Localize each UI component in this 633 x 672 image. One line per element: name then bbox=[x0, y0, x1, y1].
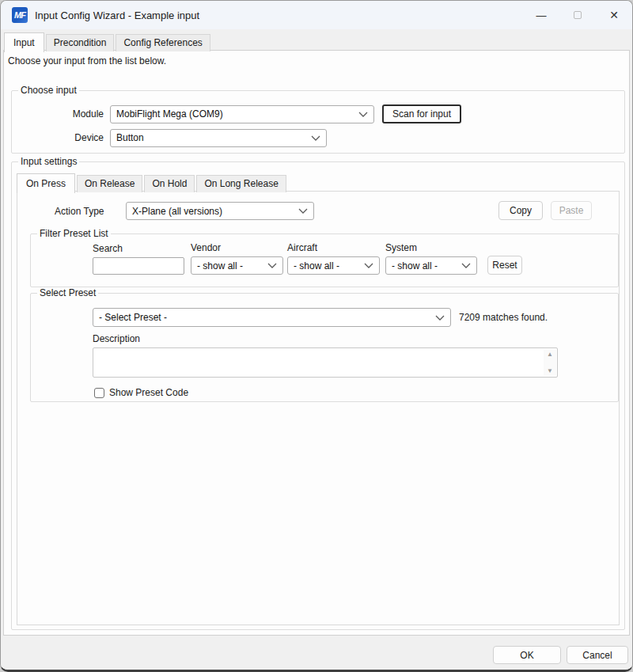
mobiflight-logo-icon: MF bbox=[12, 7, 28, 23]
select-preset-legend: Select Preset bbox=[37, 287, 98, 298]
intro-text: Choose your input from the list below. bbox=[8, 55, 166, 66]
action-type-label: Action Type bbox=[55, 206, 120, 217]
dialog-footer: OK Cancel bbox=[1, 636, 632, 670]
system-select[interactable]: - show all - bbox=[385, 256, 477, 275]
input-settings-group: Input settings On Press On Release On Ho… bbox=[11, 161, 625, 630]
minimize-button[interactable]: — bbox=[523, 1, 559, 29]
main-tabstrip: Input Precondition Config References bbox=[4, 32, 212, 51]
chevron-down-icon bbox=[364, 263, 373, 268]
chevron-down-icon bbox=[358, 112, 368, 117]
paste-button: Paste bbox=[551, 201, 592, 220]
tab-on-press[interactable]: On Press bbox=[17, 173, 75, 193]
scan-for-input-button[interactable]: Scan for input bbox=[382, 104, 461, 123]
search-input[interactable] bbox=[93, 257, 184, 275]
tab-on-release[interactable]: On Release bbox=[77, 175, 142, 192]
choose-input-group: Choose input Module MobiFlight Mega (COM… bbox=[11, 90, 625, 154]
action-type-select[interactable]: X-Plane (all versions) bbox=[126, 202, 314, 220]
description-label: Description bbox=[93, 333, 140, 344]
module-label: Module bbox=[21, 108, 104, 120]
input-config-wizard-dialog: MF Input Config Wizard - Example input —… bbox=[0, 0, 633, 672]
description-scrollbar[interactable]: ▲ ▼ bbox=[544, 349, 556, 376]
on-press-tab-page: Action Type X-Plane (all versions) Copy … bbox=[17, 191, 620, 625]
maximize-icon bbox=[574, 11, 582, 19]
action-type-select-value: X-Plane (all versions) bbox=[132, 206, 222, 217]
show-preset-code-checkbox[interactable] bbox=[94, 388, 104, 398]
copy-button[interactable]: Copy bbox=[498, 201, 543, 220]
tab-precondition[interactable]: Precondition bbox=[46, 34, 115, 51]
tab-input[interactable]: Input bbox=[4, 32, 44, 52]
aircraft-select[interactable]: - show all - bbox=[287, 256, 380, 275]
window-controls: — ✕ bbox=[523, 1, 632, 29]
vendor-select-value: - show all - bbox=[197, 260, 243, 271]
chevron-down-icon bbox=[435, 315, 445, 321]
system-label: System bbox=[385, 242, 477, 253]
tab-on-long-release[interactable]: On Long Release bbox=[196, 175, 286, 192]
preset-select-value: - Select Preset - bbox=[99, 312, 167, 323]
chevron-down-icon bbox=[311, 135, 320, 141]
close-button[interactable]: ✕ bbox=[596, 1, 632, 29]
ok-button[interactable]: OK bbox=[493, 646, 561, 664]
input-tab-page: Choose your input from the list below. C… bbox=[3, 50, 630, 636]
filter-preset-list-legend: Filter Preset List bbox=[37, 228, 111, 239]
module-select-value: MobiFlight Mega (COM9) bbox=[116, 108, 223, 120]
select-preset-group: Select Preset - Select Preset - 7209 mat… bbox=[30, 293, 619, 402]
aircraft-label: Aircraft bbox=[287, 242, 380, 253]
input-settings-legend: Input settings bbox=[18, 156, 79, 167]
tab-on-hold[interactable]: On Hold bbox=[144, 175, 195, 192]
cancel-button[interactable]: Cancel bbox=[567, 646, 628, 664]
aircraft-select-value: - show all - bbox=[294, 260, 339, 271]
module-select[interactable]: MobiFlight Mega (COM9) bbox=[110, 105, 374, 123]
chevron-down-icon bbox=[298, 208, 308, 214]
search-label: Search bbox=[93, 243, 184, 254]
system-select-value: - show all - bbox=[392, 260, 438, 271]
event-tabstrip: On Press On Release On Hold On Long Rele… bbox=[17, 173, 288, 192]
matches-found-text: 7209 matches found. bbox=[459, 312, 548, 323]
chevron-down-icon bbox=[461, 263, 471, 268]
scroll-up-icon[interactable]: ▲ bbox=[547, 351, 553, 358]
show-preset-code-row[interactable]: Show Preset Code bbox=[94, 387, 188, 398]
choose-input-legend: Choose input bbox=[18, 85, 79, 96]
device-label: Device bbox=[21, 132, 104, 143]
vendor-label: Vendor bbox=[191, 242, 283, 253]
vendor-select[interactable]: - show all - bbox=[191, 256, 283, 275]
description-textarea[interactable]: ▲ ▼ bbox=[93, 347, 558, 378]
tab-config-references[interactable]: Config References bbox=[116, 34, 210, 51]
device-select[interactable]: Button bbox=[110, 129, 327, 147]
scroll-down-icon[interactable]: ▼ bbox=[547, 367, 553, 374]
show-preset-code-label: Show Preset Code bbox=[109, 387, 188, 398]
maximize-button bbox=[559, 1, 596, 29]
chevron-down-icon bbox=[267, 263, 277, 268]
preset-select[interactable]: - Select Preset - bbox=[93, 308, 451, 327]
device-select-value: Button bbox=[116, 132, 144, 143]
window-title: Input Config Wizard - Example input bbox=[35, 9, 199, 21]
title-bar: MF Input Config Wizard - Example input —… bbox=[1, 1, 632, 29]
filter-preset-list-group: Filter Preset List Search Vendor - show … bbox=[30, 233, 619, 287]
reset-button[interactable]: Reset bbox=[487, 256, 522, 275]
